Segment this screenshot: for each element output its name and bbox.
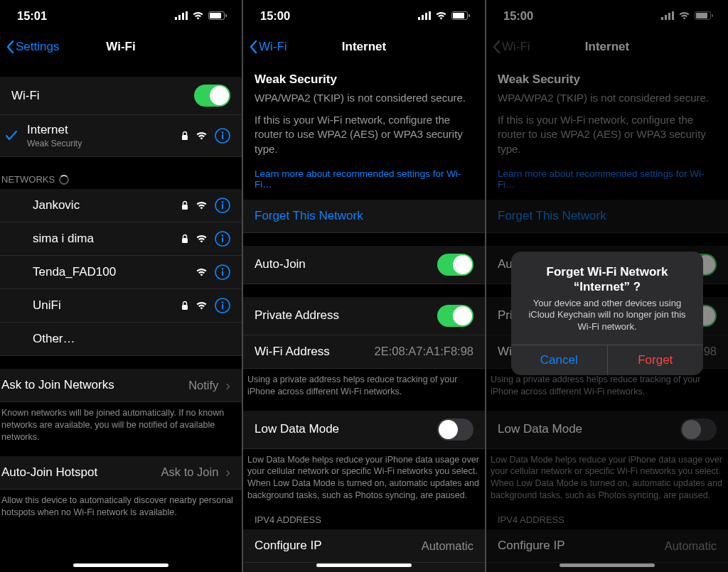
svg-rect-28 xyxy=(425,13,427,20)
chevron-left-icon xyxy=(6,40,14,54)
weak-security-line2: If this is your Wi-Fi network, configure… xyxy=(243,113,485,164)
info-icon[interactable] xyxy=(215,128,230,144)
low-data-row[interactable]: Low Data Mode xyxy=(243,411,485,449)
home-indicator[interactable] xyxy=(316,563,412,567)
nav-bar: Wi-Fi Internet xyxy=(243,31,485,63)
svg-rect-14 xyxy=(222,204,223,209)
configure-ip-value: Automatic xyxy=(422,539,473,553)
forget-network-row: Forget This Network xyxy=(486,200,728,233)
svg-rect-6 xyxy=(225,14,227,17)
back-button[interactable]: Wi-Fi xyxy=(249,40,287,54)
lock-icon xyxy=(181,200,188,210)
home-indicator[interactable] xyxy=(560,563,655,567)
wifi-toggle-row[interactable]: Wi-Fi xyxy=(0,77,242,115)
back-label: Settings xyxy=(16,40,59,54)
private-address-toggle[interactable] xyxy=(437,305,473,327)
status-time: 15:00 xyxy=(260,9,290,23)
configure-ip-label: Configure IP xyxy=(255,539,322,553)
info-icon[interactable] xyxy=(215,231,230,247)
private-address-row[interactable]: Private Address xyxy=(243,297,485,335)
private-address-footer: Using a private address helps reduce tra… xyxy=(243,369,485,398)
wifi-toggle-label: Wi-Fi xyxy=(11,89,40,103)
wifi-address-label: Wi-Fi Address xyxy=(255,345,330,359)
wifi-toggle[interactable] xyxy=(194,85,230,107)
svg-rect-2 xyxy=(182,13,184,20)
cellular-icon xyxy=(418,11,431,20)
content: Weak Security WPA/WPA2 (TKIP) is not con… xyxy=(243,63,485,572)
networks-header: NETWORKS xyxy=(0,170,242,189)
private-address-label: Private Address xyxy=(255,308,339,323)
weak-security-title: Weak Security xyxy=(243,63,485,91)
svg-point-24 xyxy=(222,301,224,303)
content: Wi-Fi Internet Weak Security xyxy=(0,63,242,572)
alert-title: Forget Wi-Fi Network “Internet” ? xyxy=(523,264,692,295)
svg-rect-36 xyxy=(672,11,674,20)
status-time: 15:00 xyxy=(503,9,533,23)
configure-ip-row: Configure IP Automatic xyxy=(486,529,728,563)
svg-rect-1 xyxy=(178,15,181,20)
alert-message: Your device and other devices using iClo… xyxy=(523,298,692,334)
network-row[interactable]: sima i dima xyxy=(0,222,242,256)
svg-rect-21 xyxy=(222,271,223,276)
svg-rect-0 xyxy=(175,17,177,20)
network-row[interactable]: Jankovic xyxy=(0,189,242,222)
auto-join-hotspot-row[interactable]: Auto-Join Hotspot Ask to Join› xyxy=(0,456,242,490)
learn-more-link[interactable]: Learn more about recommended settings fo… xyxy=(243,164,485,197)
nav-bar: Settings Wi-Fi xyxy=(0,31,242,63)
chevron-left-icon xyxy=(492,40,500,54)
network-name: UniFi xyxy=(33,298,61,313)
back-button[interactable]: Settings xyxy=(6,40,59,54)
status-bar: 15:00 xyxy=(486,0,728,31)
wifi-icon xyxy=(196,131,208,140)
cellular-icon xyxy=(661,11,674,20)
svg-rect-5 xyxy=(210,13,221,18)
svg-rect-25 xyxy=(222,304,223,309)
auto-join-row[interactable]: Auto-Join xyxy=(243,246,485,284)
svg-rect-11 xyxy=(182,205,188,210)
status-indicators xyxy=(418,11,471,20)
weak-security-title: Weak Security xyxy=(486,63,728,91)
connected-network-sub: Weak Security xyxy=(27,139,82,149)
alert-forget-button[interactable]: Forget xyxy=(608,345,704,375)
network-name: Tenda_FAD100 xyxy=(33,265,116,279)
svg-point-17 xyxy=(222,234,224,237)
back-label: Wi-Fi xyxy=(502,40,530,54)
status-indicators xyxy=(175,11,228,20)
ask-to-join-row[interactable]: Ask to Join Networks Notify› xyxy=(0,369,242,402)
configure-ip-row[interactable]: Configure IP Automatic xyxy=(243,529,485,563)
low-data-footer: Low Data Mode helps reduce your iPhone d… xyxy=(243,449,485,502)
svg-rect-31 xyxy=(453,13,464,18)
wifi-address-value: 2E:08:A7:A1:F8:98 xyxy=(375,345,473,358)
wifi-icon xyxy=(196,201,208,210)
cellular-icon xyxy=(175,11,188,20)
wifi-address-row: Wi-Fi Address 2E:08:A7:A1:F8:98 xyxy=(243,335,485,369)
ask-to-join-value: Notify xyxy=(188,379,218,392)
auto-join-label: Auto-Join xyxy=(255,257,306,271)
svg-rect-39 xyxy=(712,14,713,17)
svg-rect-29 xyxy=(429,11,431,20)
status-time: 15:01 xyxy=(17,9,47,23)
info-icon[interactable] xyxy=(215,264,230,280)
network-row[interactable]: UniFi xyxy=(0,289,242,323)
auto-join-toggle[interactable] xyxy=(437,254,473,276)
network-row[interactable]: Other… xyxy=(0,323,242,356)
network-details-screen: 15:00 Wi-Fi Internet Weak Security WPA/W… xyxy=(243,0,485,572)
info-icon[interactable] xyxy=(215,298,230,313)
svg-rect-38 xyxy=(696,13,707,18)
svg-point-13 xyxy=(222,201,224,203)
low-data-toggle[interactable] xyxy=(437,419,473,441)
connected-network-row[interactable]: Internet Weak Security xyxy=(0,115,242,157)
connected-network-name: Internet xyxy=(27,123,82,137)
home-indicator[interactable] xyxy=(73,563,168,567)
alert-cancel-button[interactable]: Cancel xyxy=(511,345,608,375)
nav-bar: Wi-Fi Internet xyxy=(486,31,728,63)
back-label: Wi-Fi xyxy=(259,40,287,54)
info-icon[interactable] xyxy=(215,198,230,213)
forget-network-row[interactable]: Forget This Network xyxy=(243,200,485,233)
weak-security-line2: If this is your Wi-Fi network, configure… xyxy=(486,113,728,164)
ask-to-join-label: Ask to Join Networks xyxy=(1,378,114,392)
svg-rect-3 xyxy=(186,11,188,20)
nav-title: Wi-Fi xyxy=(106,40,135,54)
lock-icon xyxy=(181,301,188,311)
network-row[interactable]: Tenda_FAD100 xyxy=(0,256,242,289)
